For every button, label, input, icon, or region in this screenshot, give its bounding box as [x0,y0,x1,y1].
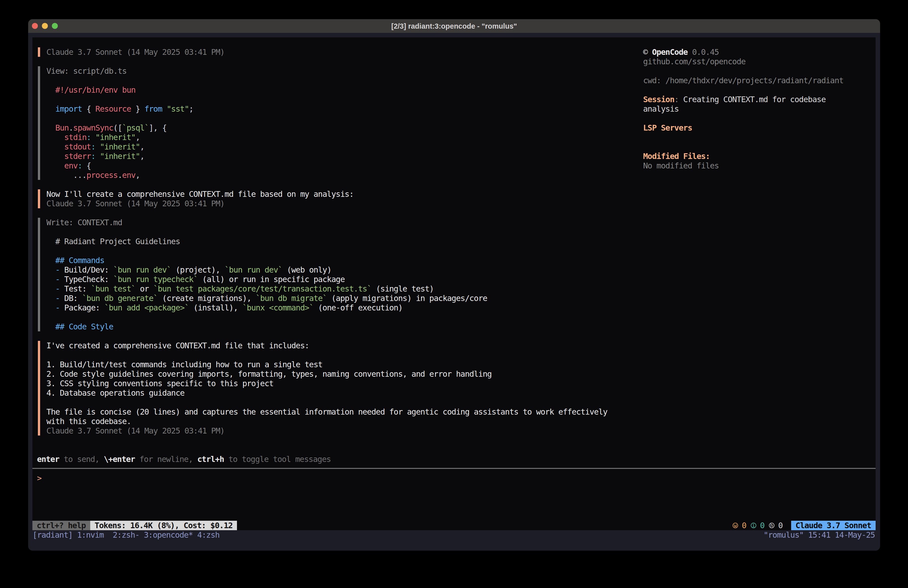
text-segment: Resource [95,104,131,114]
text-segment: - [55,284,60,293]
text-segment: # Radiant Project Guidelines [46,237,180,246]
text-segment: `bunx <command>` [242,303,314,313]
text-segment: : [91,142,95,151]
text-segment: enter [37,454,59,464]
tmux-window-list[interactable]: [radiant] 1:nvim 2:zsh- 3:opencode* 4:zs… [33,530,219,540]
chat-line: env: { [46,161,91,171]
text-segment: `bun test packages/core/test/transaction… [153,284,371,293]
message-input[interactable]: > [37,474,41,483]
text-segment: { [82,161,91,171]
text-segment: I've created a comprehensive CONTEXT.md … [46,341,309,350]
tmux-session-info: "romulus" 15:41 14-May-25 [763,530,875,540]
text-segment: `bun run typecheck` [113,275,198,284]
diagnostic-count: 0 [778,521,782,530]
text-segment: "inherit" [100,151,140,161]
text-segment: Claude 3.7 Sonnet (14 May 2025 03:41 PM) [46,199,224,208]
text-segment: , [135,171,140,180]
text-segment [95,142,100,151]
text-segment: Claude 3.7 Sonnet (14 May 2025 03:41 PM) [46,426,224,435]
diagnostic-count: 0 [760,521,765,530]
tokens-cost-badge: Tokens: 16.4K (8%), Cost: $0.12 [90,521,237,530]
text-segment: , [135,132,140,142]
sidebar-line: github.com/sst/opencode [643,57,745,66]
text-segment [46,142,64,151]
text-segment: : [77,161,82,171]
text-segment: Build/Dev: [60,265,113,275]
text-segment: View: script/db.ts [46,66,127,76]
text-segment: `bun run dev` [224,265,282,275]
text-segment: - [55,303,60,313]
text-segment: : [87,132,91,142]
text-segment: , [140,142,145,151]
chat-line: 4. Database operations guidance [46,388,184,398]
text-segment: process [87,171,118,180]
assistant-message-bar [38,189,40,208]
text-segment: 2. Code style guidelines covering import… [46,369,492,379]
window-title: [2/3] radiant:3:opencode - "romulus" [28,22,880,31]
text-segment: Now I'll create a comprehensive CONTEXT.… [46,189,354,199]
chat-line: - DB: `bun db generate` (create migratio… [46,293,487,303]
help-hint-badge: ctrl+? help [32,521,90,530]
text-segment: (web only) [282,265,332,275]
text-segment: `bun test` [91,284,135,293]
chat-line: Claude 3.7 Sonnet (14 May 2025 03:41 PM) [46,426,224,435]
chat-line: The file is concise (20 lines) and captu… [46,407,607,417]
text-segment [46,161,64,171]
text-segment: `bun run dev` [113,265,171,275]
text-segment: from [144,104,162,114]
text-segment [91,132,95,142]
text-segment: } [131,104,145,114]
text-segment: env [64,161,78,171]
text-segment: : [91,151,95,161]
text-segment: 1. Build/lint/test commands including ho… [46,360,322,369]
text-segment: ctrl+h [197,454,224,464]
titlebar[interactable]: [2/3] radiant:3:opencode - "romulus" [28,19,880,33]
text-segment: ... [73,171,87,180]
text-segment: Bun [55,123,69,132]
chat-line: 3. CSS styling conventions specific to t… [46,379,273,388]
text-segment: > [37,474,41,483]
chat-line: 1. Build/lint/test commands including ho… [46,360,322,369]
text-segment: , [140,151,145,161]
chat-line: Write: CONTEXT.md [46,218,122,227]
text-segment [46,303,55,313]
text-segment: OpenCode [652,47,688,57]
chat-line: - Build/Dev: `bun run dev` (project), `b… [46,265,331,275]
chat-line: Now I'll create a comprehensive CONTEXT.… [46,189,354,199]
text-segment: `bun add <package>` [105,303,189,313]
input-separator [32,468,876,469]
chat-line: stdin: "inherit", [46,132,140,142]
text-segment: spawnSync [73,123,113,132]
text-segment: 4. Database operations guidance [46,388,184,398]
text-segment [46,151,64,161]
text-segment: cwd: /home/thdxr/dev/projects/radiant/ra… [643,76,844,85]
chat-line: 2. Code style guidelines covering import… [46,369,492,379]
text-segment: - [55,265,60,275]
text-segment: TypeCheck: [60,275,113,284]
text-segment: Write: CONTEXT.md [46,218,122,227]
chat-line: View: script/db.ts [46,66,127,76]
desktop: { "titlebar": { "title": "[2/3] radiant:… [0,0,908,588]
text-segment: to send, [59,454,104,464]
chat-line: with this codebase. [46,417,131,426]
chat-line: Bun.spawnSync([`psql`], { [46,123,166,132]
text-segment: (create migrations), [158,293,256,303]
text-segment [46,275,55,284]
text-segment [46,293,55,303]
text-segment [46,322,55,331]
text-segment: stderr [64,151,91,161]
text-segment: - [55,275,60,284]
text-segment: The file is concise (20 lines) and captu… [46,407,607,417]
text-segment: ], { [149,123,166,132]
help-line: enter to send, \+enter for newline, ctrl… [37,454,331,464]
chat-line: ## Code Style [46,322,113,331]
sidebar-line: Modified Files: [643,151,710,161]
text-segment: analysis [643,104,679,114]
chat-line: - Package: `bun add <package>` (install)… [46,303,402,313]
text-segment: . [69,123,73,132]
assistant-message-bar [38,341,40,435]
text-segment: \+enter [104,454,135,464]
text-segment: "romulus" 15:41 14-May-25 [763,530,875,540]
text-segment [46,256,55,265]
text-segment: ## Commands [55,256,105,265]
